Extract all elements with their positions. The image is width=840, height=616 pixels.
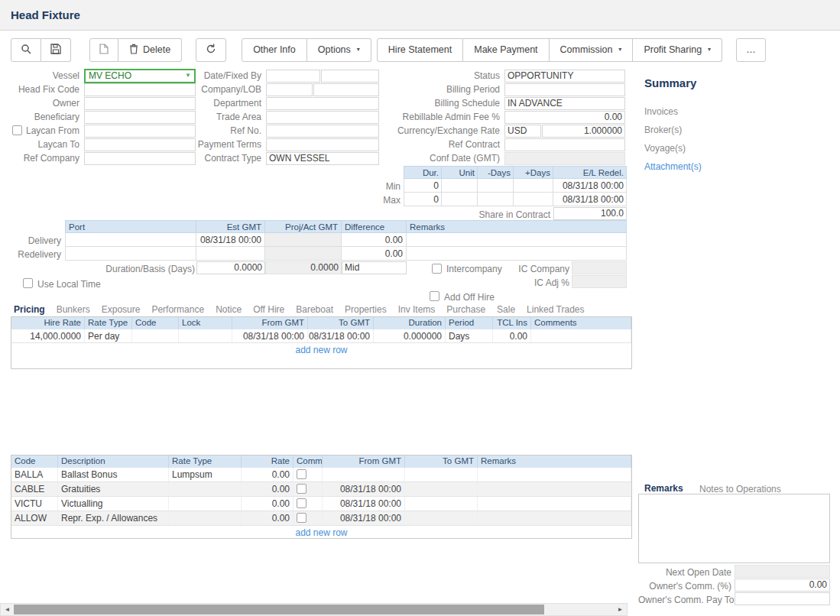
currency-field[interactable]: USD xyxy=(504,125,541,138)
redelivery-remarks-cell[interactable] xyxy=(407,247,627,261)
charge-to-gmt-cell[interactable] xyxy=(405,497,478,511)
charge-rate-cell[interactable]: 0.00 xyxy=(242,497,294,511)
department-field[interactable] xyxy=(266,97,379,110)
charge-description-cell[interactable]: Victualling xyxy=(58,497,169,511)
ref-contract-field[interactable] xyxy=(504,138,625,151)
min-dur-cell[interactable]: 0 xyxy=(404,179,442,193)
owner-field[interactable] xyxy=(84,97,196,110)
add-off-hire-checkbox[interactable] xyxy=(430,291,439,301)
laycan-checkbox[interactable] xyxy=(12,125,22,135)
payment-terms-field[interactable] xyxy=(266,138,379,151)
redelivery-est-gmt-cell[interactable] xyxy=(196,247,265,261)
charges-add-new-row-link[interactable]: add new row xyxy=(11,526,631,540)
trade-area-field[interactable] xyxy=(266,111,379,124)
make-payment-button[interactable]: Make Payment xyxy=(463,38,549,62)
scroll-left-arrow[interactable]: ◄ xyxy=(1,604,14,615)
max-minus-days-cell[interactable] xyxy=(478,193,514,206)
to-gmt-cell[interactable]: 08/31/18 00:00 xyxy=(308,329,374,342)
charge-from-gmt-cell[interactable]: 08/31/18 00:00 xyxy=(323,497,405,511)
charge-from-gmt-cell[interactable]: 08/31/18 00:00 xyxy=(323,482,405,496)
billing-period-field[interactable] xyxy=(504,83,625,96)
max-unit-cell[interactable] xyxy=(442,193,478,206)
profit-sharing-button[interactable]: Profit Sharing ▾ xyxy=(633,38,722,62)
comm-checkbox[interactable] xyxy=(297,469,306,479)
charge-to-gmt-cell[interactable] xyxy=(405,482,478,496)
intercompany-checkbox[interactable] xyxy=(432,264,442,274)
owners-comm-pay-to-field[interactable] xyxy=(735,592,830,605)
comm-checkbox[interactable] xyxy=(297,513,306,523)
status-field[interactable]: OPPORTUNITY xyxy=(504,70,625,83)
charge-rate-cell[interactable]: 0.00 xyxy=(242,482,294,496)
max-dur-cell[interactable]: 0 xyxy=(404,193,442,206)
delete-button[interactable]: Delete xyxy=(118,38,182,62)
share-in-contract-field[interactable]: 100.0 xyxy=(553,207,627,220)
exchange-rate-field[interactable]: 1.000000 xyxy=(542,125,625,138)
charge-remarks-cell[interactable] xyxy=(478,468,631,481)
code-cell[interactable] xyxy=(132,329,179,342)
max-plus-days-cell[interactable] xyxy=(514,193,553,206)
charge-to-gmt-cell[interactable] xyxy=(405,511,478,525)
next-open-date-field[interactable] xyxy=(735,565,830,578)
beneficiary-field[interactable] xyxy=(84,111,196,124)
fixed-by-field[interactable] xyxy=(321,70,379,83)
lob-field[interactable] xyxy=(313,83,379,96)
delivery-est-gmt-cell[interactable]: 08/31/18 00:00 xyxy=(196,233,265,247)
summary-item-invoices[interactable]: Invoices xyxy=(644,106,678,117)
charge-description-cell[interactable]: Repr. Exp. / Allowances xyxy=(58,511,169,525)
charge-description-cell[interactable]: Ballast Bonus xyxy=(58,468,169,481)
duration-cell[interactable]: 0.000000 xyxy=(374,329,446,342)
min-plus-days-cell[interactable] xyxy=(514,179,553,193)
tab-notes-to-operations[interactable]: Notes to Operations xyxy=(699,484,781,494)
charge-rate-type-cell[interactable]: Lumpsum xyxy=(169,468,242,481)
duration-value-field[interactable]: 0.0000 xyxy=(196,261,265,274)
charge-from-gmt-cell[interactable] xyxy=(323,468,405,481)
horizontal-scrollbar[interactable]: ◄ ► xyxy=(0,603,628,616)
remarks-textarea[interactable] xyxy=(638,494,830,563)
charge-code-cell[interactable]: ALLOW xyxy=(11,511,58,525)
options-button[interactable]: Options ▾ xyxy=(307,38,371,62)
charge-rate-type-cell[interactable] xyxy=(169,511,242,525)
laycan-from-field[interactable] xyxy=(84,125,196,138)
owners-comm-field[interactable]: 0.00 xyxy=(735,579,830,592)
period-cell[interactable]: Days xyxy=(446,329,493,342)
charge-remarks-cell[interactable] xyxy=(478,511,631,525)
tcl-ins-cell[interactable]: 0.00 xyxy=(493,329,531,342)
max-el-redel-cell[interactable]: 08/31/18 00:00 xyxy=(553,193,627,206)
hire-rate-cell[interactable]: 14,000.0000 xyxy=(11,329,85,342)
charge-remarks-cell[interactable] xyxy=(478,482,631,496)
charge-rate-cell[interactable]: 0.00 xyxy=(242,511,294,525)
rebillable-admin-fee-field[interactable]: 0.00 xyxy=(504,111,625,124)
pricing-add-new-row-link[interactable]: add new row xyxy=(11,343,631,357)
min-minus-days-cell[interactable] xyxy=(478,179,514,193)
vessel-dropdown[interactable]: MV ECHO ▼ xyxy=(84,69,196,83)
other-info-button[interactable]: Other Info xyxy=(242,38,307,62)
summary-item-brokers[interactable]: Broker(s) xyxy=(644,125,682,135)
from-gmt-cell[interactable]: 08/31/18 00:00 xyxy=(232,329,308,342)
comm-checkbox[interactable] xyxy=(297,484,306,494)
scroll-thumb[interactable] xyxy=(14,605,544,614)
min-unit-cell[interactable] xyxy=(442,179,478,193)
billing-schedule-field[interactable]: IN ADVANCE xyxy=(504,97,625,110)
delivery-difference-cell[interactable]: 0.00 xyxy=(342,233,407,247)
commission-button[interactable]: Commission ▾ xyxy=(550,38,634,62)
redelivery-port-cell[interactable] xyxy=(65,247,196,261)
laycan-to-field[interactable] xyxy=(84,138,196,151)
charge-rate-type-cell[interactable] xyxy=(169,482,242,496)
charge-remarks-cell[interactable] xyxy=(478,497,631,511)
new-document-button[interactable] xyxy=(89,38,118,62)
delivery-remarks-cell[interactable] xyxy=(407,233,627,247)
rate-type-cell[interactable]: Per day xyxy=(85,329,132,342)
more-button[interactable]: … xyxy=(736,38,766,62)
lock-cell[interactable] xyxy=(179,329,232,342)
charge-code-cell[interactable]: BALLA xyxy=(11,468,58,481)
head-fix-code-field[interactable] xyxy=(84,83,196,96)
charge-description-cell[interactable]: Gratuities xyxy=(58,482,169,496)
ref-no-field[interactable] xyxy=(266,125,379,138)
summary-item-voyages[interactable]: Voyage(s) xyxy=(644,143,686,154)
date-field[interactable] xyxy=(266,70,320,83)
summary-item-attachments[interactable]: Attachment(s) xyxy=(644,161,702,172)
charge-rate-type-cell[interactable] xyxy=(169,497,242,511)
charge-code-cell[interactable]: CABLE xyxy=(11,482,58,496)
delivery-port-cell[interactable] xyxy=(65,233,196,247)
comm-checkbox[interactable] xyxy=(297,498,306,508)
